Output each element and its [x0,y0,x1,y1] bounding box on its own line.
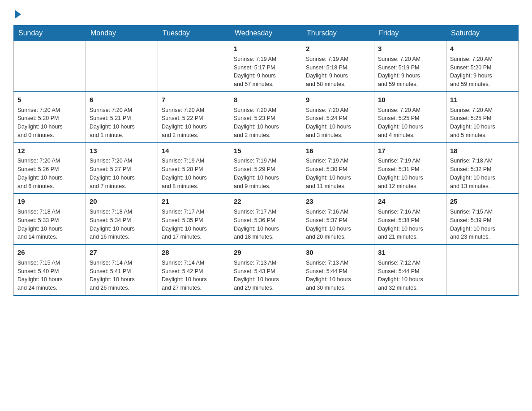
day-number: 26 [17,248,82,257]
calendar-cell: 1Sunrise: 7:19 AM Sunset: 5:17 PM Daylig… [230,41,302,92]
calendar-week-row: 19Sunrise: 7:18 AM Sunset: 5:33 PM Dayli… [14,193,519,244]
calendar-cell: 17Sunrise: 7:19 AM Sunset: 5:31 PM Dayli… [374,143,446,194]
day-info: Sunrise: 7:19 AM Sunset: 5:29 PM Dayligh… [234,157,298,190]
day-info: Sunrise: 7:20 AM Sunset: 5:21 PM Dayligh… [90,106,154,140]
day-info: Sunrise: 7:19 AM Sunset: 5:28 PM Dayligh… [162,157,226,190]
day-number: 17 [378,146,442,156]
weekday-header-sunday: Sunday [14,26,86,41]
logo-arrow-icon [15,10,21,19]
day-info: Sunrise: 7:19 AM Sunset: 5:17 PM Dayligh… [234,55,298,89]
calendar-header: SundayMondayTuesdayWednesdayThursdayFrid… [14,26,519,41]
day-info: Sunrise: 7:20 AM Sunset: 5:25 PM Dayligh… [450,106,515,140]
day-number: 18 [450,146,515,156]
calendar-cell: 10Sunrise: 7:20 AM Sunset: 5:25 PM Dayli… [374,92,446,143]
day-number: 4 [450,44,515,54]
calendar-cell [158,41,230,92]
calendar-cell: 22Sunrise: 7:17 AM Sunset: 5:36 PM Dayli… [230,193,302,244]
day-number: 23 [306,197,370,206]
calendar-cell: 9Sunrise: 7:20 AM Sunset: 5:24 PM Daylig… [302,92,374,143]
day-number: 2 [306,44,370,54]
weekday-header-thursday: Thursday [302,26,374,41]
weekday-header-wednesday: Wednesday [230,26,302,41]
calendar-cell: 20Sunrise: 7:18 AM Sunset: 5:34 PM Dayli… [86,193,158,244]
day-info: Sunrise: 7:20 AM Sunset: 5:20 PM Dayligh… [17,106,82,140]
day-info: Sunrise: 7:13 AM Sunset: 5:44 PM Dayligh… [306,259,370,292]
day-number: 21 [162,197,226,206]
calendar-cell: 23Sunrise: 7:16 AM Sunset: 5:37 PM Dayli… [302,193,374,244]
calendar-cell: 14Sunrise: 7:19 AM Sunset: 5:28 PM Dayli… [158,143,230,194]
day-info: Sunrise: 7:20 AM Sunset: 5:22 PM Dayligh… [162,106,226,140]
calendar-body: 1Sunrise: 7:19 AM Sunset: 5:17 PM Daylig… [14,41,519,295]
day-number: 24 [378,197,442,206]
calendar-cell: 15Sunrise: 7:19 AM Sunset: 5:29 PM Dayli… [230,143,302,194]
calendar-cell: 25Sunrise: 7:15 AM Sunset: 5:39 PM Dayli… [446,193,519,244]
day-info: Sunrise: 7:17 AM Sunset: 5:36 PM Dayligh… [234,208,298,241]
calendar-cell: 16Sunrise: 7:19 AM Sunset: 5:30 PM Dayli… [302,143,374,194]
page-header [13,9,519,17]
calendar-cell: 13Sunrise: 7:20 AM Sunset: 5:27 PM Dayli… [86,143,158,194]
day-number: 16 [306,146,370,156]
day-number: 8 [234,95,298,105]
weekday-header-friday: Friday [374,26,446,41]
calendar-cell: 28Sunrise: 7:14 AM Sunset: 5:42 PM Dayli… [158,244,230,295]
calendar-cell: 7Sunrise: 7:20 AM Sunset: 5:22 PM Daylig… [158,92,230,143]
logo [13,9,21,17]
calendar-cell: 6Sunrise: 7:20 AM Sunset: 5:21 PM Daylig… [86,92,158,143]
day-info: Sunrise: 7:20 AM Sunset: 5:23 PM Dayligh… [234,106,298,140]
day-number: 29 [234,248,298,257]
day-info: Sunrise: 7:18 AM Sunset: 5:32 PM Dayligh… [450,157,515,190]
calendar-cell: 4Sunrise: 7:20 AM Sunset: 5:20 PM Daylig… [446,41,519,92]
day-info: Sunrise: 7:20 AM Sunset: 5:20 PM Dayligh… [450,55,515,89]
calendar-cell: 26Sunrise: 7:15 AM Sunset: 5:40 PM Dayli… [14,244,86,295]
day-info: Sunrise: 7:20 AM Sunset: 5:27 PM Dayligh… [90,157,154,190]
day-number: 1 [234,44,298,54]
day-info: Sunrise: 7:16 AM Sunset: 5:37 PM Dayligh… [306,208,370,241]
calendar-week-row: 12Sunrise: 7:20 AM Sunset: 5:26 PM Dayli… [14,143,519,194]
day-number: 3 [378,44,442,54]
day-info: Sunrise: 7:15 AM Sunset: 5:40 PM Dayligh… [17,259,82,292]
calendar-cell: 12Sunrise: 7:20 AM Sunset: 5:26 PM Dayli… [14,143,86,194]
calendar-cell: 30Sunrise: 7:13 AM Sunset: 5:44 PM Dayli… [302,244,374,295]
day-number: 13 [90,146,154,156]
calendar-cell: 11Sunrise: 7:20 AM Sunset: 5:25 PM Dayli… [446,92,519,143]
weekday-header-row: SundayMondayTuesdayWednesdayThursdayFrid… [14,26,519,41]
day-info: Sunrise: 7:13 AM Sunset: 5:43 PM Dayligh… [234,259,298,292]
calendar-week-row: 26Sunrise: 7:15 AM Sunset: 5:40 PM Dayli… [14,244,519,295]
calendar-cell: 31Sunrise: 7:12 AM Sunset: 5:44 PM Dayli… [374,244,446,295]
calendar-cell: 18Sunrise: 7:18 AM Sunset: 5:32 PM Dayli… [446,143,519,194]
day-info: Sunrise: 7:20 AM Sunset: 5:19 PM Dayligh… [378,55,442,89]
calendar-cell: 8Sunrise: 7:20 AM Sunset: 5:23 PM Daylig… [230,92,302,143]
day-info: Sunrise: 7:19 AM Sunset: 5:30 PM Dayligh… [306,157,370,190]
calendar-cell [86,41,158,92]
day-number: 31 [378,248,442,257]
day-info: Sunrise: 7:16 AM Sunset: 5:38 PM Dayligh… [378,208,442,241]
day-info: Sunrise: 7:15 AM Sunset: 5:39 PM Dayligh… [450,208,515,241]
weekday-header-saturday: Saturday [446,26,519,41]
day-info: Sunrise: 7:18 AM Sunset: 5:34 PM Dayligh… [90,208,154,241]
calendar-cell: 19Sunrise: 7:18 AM Sunset: 5:33 PM Dayli… [14,193,86,244]
calendar-cell: 29Sunrise: 7:13 AM Sunset: 5:43 PM Dayli… [230,244,302,295]
day-info: Sunrise: 7:20 AM Sunset: 5:26 PM Dayligh… [17,157,82,190]
day-number: 10 [378,95,442,105]
calendar-cell: 5Sunrise: 7:20 AM Sunset: 5:20 PM Daylig… [14,92,86,143]
day-info: Sunrise: 7:12 AM Sunset: 5:44 PM Dayligh… [378,259,442,292]
day-number: 11 [450,95,515,105]
day-info: Sunrise: 7:14 AM Sunset: 5:41 PM Dayligh… [90,259,154,292]
day-info: Sunrise: 7:20 AM Sunset: 5:25 PM Dayligh… [378,106,442,140]
day-number: 30 [306,248,370,257]
day-number: 28 [162,248,226,257]
day-number: 22 [234,197,298,206]
calendar-cell [14,41,86,92]
day-number: 14 [162,146,226,156]
day-number: 9 [306,95,370,105]
calendar-cell: 3Sunrise: 7:20 AM Sunset: 5:19 PM Daylig… [374,41,446,92]
day-number: 20 [90,197,154,206]
day-info: Sunrise: 7:14 AM Sunset: 5:42 PM Dayligh… [162,259,226,292]
day-number: 19 [17,197,82,206]
day-number: 6 [90,95,154,105]
calendar-week-row: 1Sunrise: 7:19 AM Sunset: 5:17 PM Daylig… [14,41,519,92]
calendar-cell: 24Sunrise: 7:16 AM Sunset: 5:38 PM Dayli… [374,193,446,244]
day-info: Sunrise: 7:17 AM Sunset: 5:35 PM Dayligh… [162,208,226,241]
day-number: 15 [234,146,298,156]
day-info: Sunrise: 7:18 AM Sunset: 5:33 PM Dayligh… [17,208,82,241]
